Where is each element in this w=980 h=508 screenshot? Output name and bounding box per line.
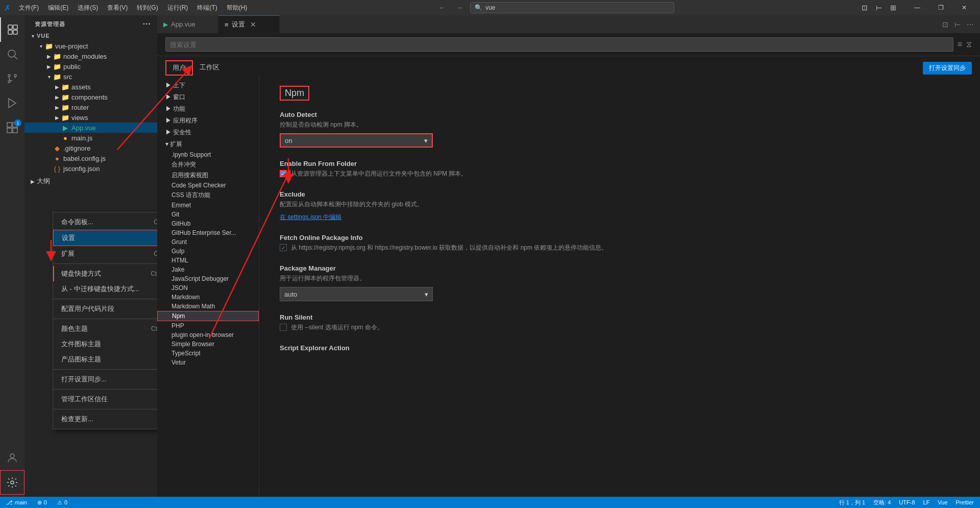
setting-run-silent-checkbox[interactable]	[280, 324, 287, 331]
sidebar-item-vue[interactable]: ▾ VUE	[24, 31, 157, 41]
menu-select[interactable]: 选择(S)	[74, 3, 102, 13]
ctx-migrate-keyboard[interactable]: 从 - 中迁移键盘快捷方式...	[53, 281, 157, 297]
menu-goto[interactable]: 转到(G)	[133, 3, 162, 13]
sidebar-item-gitignore[interactable]: ◆ .gitignore	[24, 143, 157, 153]
tab-split-icon[interactable]: ⊡	[940, 19, 950, 30]
status-errors[interactable]: ⊗ 0	[35, 499, 49, 506]
nav-item-markdown[interactable]: Markdown	[157, 293, 259, 302]
nav-item-github-enterprise[interactable]: GitHub Enterprise Ser...	[157, 228, 259, 237]
status-eol[interactable]: LF	[921, 499, 932, 506]
nav-item-php[interactable]: PHP	[157, 321, 259, 330]
nav-item-simple-browser[interactable]: Simple Browser	[157, 340, 259, 349]
menu-run[interactable]: 运行(R)	[163, 3, 192, 13]
activity-explorer[interactable]	[0, 17, 24, 42]
layout-icon[interactable]: ⊡	[859, 3, 871, 13]
ctx-snippets[interactable]: 配置用户代码片段	[53, 301, 157, 317]
nav-item-emmet[interactable]: Emmet	[157, 201, 259, 210]
nav-item-security[interactable]: ▶ 安全性	[157, 127, 259, 138]
setting-exclude-link[interactable]: 在 settings.json 中编辑	[280, 213, 341, 221]
ctx-open-sync[interactable]: 打开设置同步...	[53, 372, 157, 387]
nav-item-gulp[interactable]: Gulp	[157, 247, 259, 256]
sidebar-item-vue-project[interactable]: ▾ 📁 vue-project	[24, 41, 157, 51]
nav-item-js-debugger[interactable]: JavaScript Debugger	[157, 274, 259, 283]
menu-terminal[interactable]: 终端(T)	[193, 3, 221, 13]
grid-icon[interactable]: ⊞	[887, 3, 899, 13]
ctx-command-palette[interactable]: 命令面板... Ctrl+Shift+P	[53, 214, 157, 230]
tab-layout-icon[interactable]: ⊢	[952, 19, 963, 30]
sidebar-item-app-vue[interactable]: ▶ App.vue	[24, 123, 157, 133]
settings-tab-user[interactable]: 用户	[165, 60, 193, 76]
nav-item-plugin-open[interactable]: plugin open-in-browser	[157, 330, 259, 340]
nav-item-features[interactable]: ▶ 功能	[157, 103, 259, 115]
status-warnings[interactable]: ⚠ 0	[55, 499, 69, 506]
split-icon[interactable]: ⊢	[873, 3, 885, 13]
global-search-bar[interactable]: 🔍 vue	[470, 2, 674, 13]
nav-item-vetur[interactable]: Vetur	[157, 358, 259, 367]
activity-extensions[interactable]: 1	[0, 115, 24, 140]
minimize-button[interactable]: —	[905, 0, 929, 15]
menu-view[interactable]: 查看(V)	[103, 3, 132, 13]
menu-file[interactable]: 文件(F)	[15, 3, 43, 13]
nav-item-typescript[interactable]: TypeScript	[157, 349, 259, 358]
ctx-settings[interactable]: 设置 Ctrl+,	[53, 230, 157, 246]
activity-accounts[interactable]	[0, 446, 24, 470]
nav-item-git[interactable]: Git	[157, 210, 259, 219]
sidebar-item-views[interactable]: ▶ 📁 views	[24, 112, 157, 123]
sidebar-item-babel[interactable]: ● babel.config.js	[24, 153, 157, 163]
nav-item-extensions[interactable]: ▾ 扩展	[157, 138, 259, 150]
ctx-product-icon-theme[interactable]: 产品图标主题	[53, 352, 157, 367]
tab-close-button[interactable]: ✕	[250, 20, 256, 29]
settings-tab-workspace[interactable]: 工作区	[193, 60, 226, 76]
nav-item-app[interactable]: ▶ 应用程序	[157, 115, 259, 127]
tab-more-icon[interactable]: ⋯	[965, 19, 976, 30]
sidebar-item-public[interactable]: ▶ 📁 public	[24, 61, 157, 71]
ctx-check-updates[interactable]: 检查更新...	[53, 412, 157, 427]
sidebar-item-components[interactable]: ▶ 📁 components	[24, 92, 157, 102]
sidebar-item-router[interactable]: ▶ 📁 router	[24, 102, 157, 112]
nav-item-ipynb[interactable]: .ipynb Support	[157, 150, 259, 159]
nav-forward-button[interactable]: →	[453, 3, 466, 13]
sidebar-item-jsconfig[interactable]: { } jsconfig.json	[24, 163, 157, 174]
ctx-color-theme[interactable]: 颜色主题 Ctrl+K Ctrl+T	[53, 321, 157, 336]
nav-item-json[interactable]: JSON	[157, 283, 259, 293]
settings-search-input[interactable]	[165, 37, 953, 52]
activity-run[interactable]	[0, 91, 24, 115]
status-formatter[interactable]: Prettier	[954, 499, 976, 506]
nav-item-spell-checker[interactable]: Code Spell Checker	[157, 181, 259, 190]
ctx-keyboard-shortcuts[interactable]: 键盘快捷方式 Ctrl+K Ctrl+S	[53, 266, 157, 281]
nav-item-css[interactable]: CSS 语言功能	[157, 190, 259, 201]
nav-item-grunt[interactable]: Grunt	[157, 237, 259, 247]
status-cursor[interactable]: 行 1，列 1	[837, 499, 867, 506]
nav-item-merge-conflict[interactable]: 合并冲突	[157, 159, 259, 170]
close-button[interactable]: ✕	[952, 0, 976, 15]
activity-search[interactable]	[0, 42, 24, 66]
menu-help[interactable]: 帮助(H)	[223, 3, 252, 13]
settings-filter2-icon[interactable]: ⧖	[966, 40, 972, 49]
nav-item-github[interactable]: GitHub	[157, 219, 259, 228]
sidebar-item-main-js[interactable]: ● main.js	[24, 133, 157, 143]
nav-item-search-view[interactable]: 启用搜索视图	[157, 170, 259, 181]
ctx-workspace-trust[interactable]: 管理工作区信任	[53, 392, 157, 407]
setting-fetch-online-checkbox[interactable]: ✓	[280, 244, 287, 251]
tab-app-vue[interactable]: ▶ App.vue	[157, 15, 218, 33]
sidebar-more-button[interactable]: ···	[143, 19, 151, 29]
sidebar-item-src[interactable]: ▾ 📁 src	[24, 71, 157, 82]
setting-enable-run-checkbox[interactable]: ✓	[280, 170, 287, 177]
nav-item-markdown-math[interactable]: Markdown Math	[157, 302, 259, 311]
ctx-file-icon-theme[interactable]: 文件图标主题	[53, 336, 157, 352]
menu-edit[interactable]: 编辑(E)	[44, 3, 72, 13]
settings-filter-icon[interactable]: ≡	[958, 40, 962, 49]
nav-item-window[interactable]: ▶ 窗口	[157, 91, 259, 103]
ctx-extensions[interactable]: 扩展 Ctrl+Shift+X	[53, 246, 157, 261]
status-branch[interactable]: ⎇ main	[4, 499, 29, 506]
status-encoding[interactable]: UTF-8	[897, 499, 917, 506]
setting-auto-detect-select[interactable]: on ▾	[280, 133, 433, 148]
nav-item-context[interactable]: ▶ 上下	[157, 80, 259, 91]
status-spaces[interactable]: 空格: 4	[871, 499, 893, 506]
nav-item-html[interactable]: HTML	[157, 256, 259, 265]
sidebar-item-outline[interactable]: ▶ 大纲	[24, 176, 157, 187]
sidebar-item-node-modules[interactable]: ▶ 📁 node_modules	[24, 51, 157, 61]
sidebar-item-assets[interactable]: ▶ 📁 assets	[24, 82, 157, 92]
nav-back-button[interactable]: ←	[435, 3, 449, 13]
open-sync-button[interactable]: 打开设置同步	[923, 62, 972, 75]
